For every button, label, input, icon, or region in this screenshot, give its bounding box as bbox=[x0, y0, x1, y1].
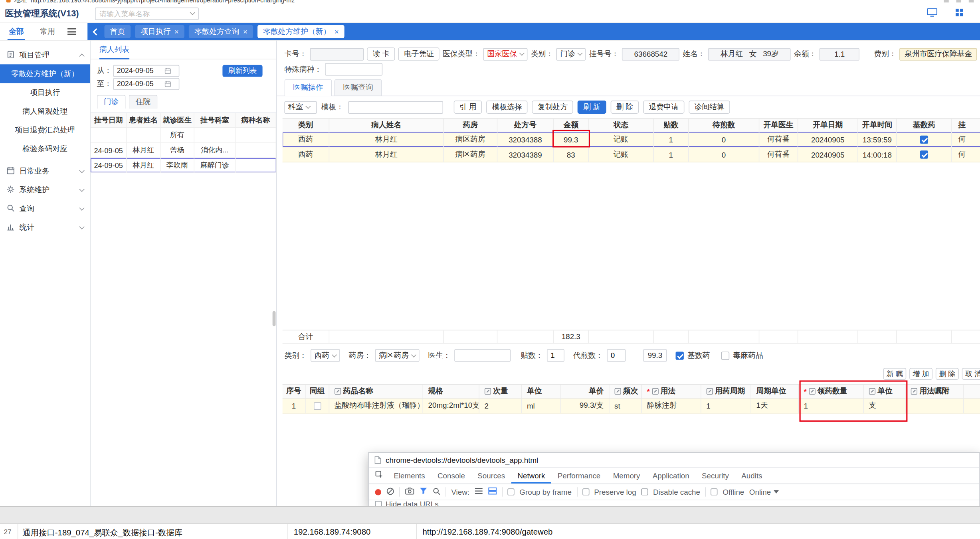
close-icon[interactable]: × bbox=[174, 27, 179, 36]
pharmacy-select[interactable]: 病区药房 bbox=[375, 349, 419, 361]
sidebar-item-rx-maintain-new[interactable]: 零散处方维护（新） bbox=[0, 64, 90, 83]
menu-search-input[interactable] bbox=[99, 10, 191, 17]
refresh-button[interactable]: 刷 新 bbox=[578, 101, 606, 114]
filter-icon[interactable] bbox=[420, 487, 428, 496]
grid-apps-icon[interactable] bbox=[955, 8, 964, 19]
throttling-select[interactable]: Online bbox=[749, 488, 779, 496]
offline-checkbox[interactable] bbox=[711, 488, 718, 495]
ecert-button[interactable]: 电子凭证 bbox=[398, 47, 440, 61]
record-icon[interactable] bbox=[375, 489, 381, 495]
tab-performance[interactable]: Performance bbox=[551, 468, 607, 484]
close-icon[interactable]: × bbox=[243, 27, 247, 36]
sheet-cell[interactable]: http://192.168.189.74:9080/gateweb bbox=[422, 527, 552, 536]
sidebar-section-stats[interactable]: 统计 bbox=[0, 218, 90, 237]
screenshot-icon[interactable] bbox=[405, 487, 414, 496]
nav-group-common[interactable]: 常用 bbox=[40, 26, 55, 37]
rx-amount-cell: 99.3 bbox=[554, 132, 589, 147]
tab-application[interactable]: Application bbox=[646, 468, 695, 484]
tab-inpatient[interactable]: 住院 bbox=[129, 95, 158, 109]
sidebar-section-project[interactable]: 项目管理 bbox=[0, 45, 90, 64]
sidebar-item-project-exec[interactable]: 项目执行 bbox=[0, 83, 90, 102]
to-date-input[interactable] bbox=[117, 80, 162, 87]
tabs-scroll-left-icon[interactable] bbox=[93, 28, 100, 35]
category-select[interactable]: 西药 bbox=[311, 349, 340, 361]
menu-search[interactable] bbox=[95, 7, 199, 20]
tab-order-operate[interactable]: 医嘱操作 bbox=[284, 79, 332, 96]
new-order-button[interactable]: 新 嘱 bbox=[883, 368, 906, 380]
template-select-button[interactable]: 模板选择 bbox=[487, 101, 528, 114]
copy-rx-button[interactable]: 复制处方 bbox=[532, 101, 573, 114]
rx-row[interactable]: 西药 林月红 病区药房 32034389 83 记账 1 0 何荷番 20240… bbox=[283, 148, 980, 163]
tab-audits[interactable]: Audits bbox=[735, 468, 769, 484]
base-drug-checkbox[interactable] bbox=[920, 136, 928, 144]
sidebar-section-daily[interactable]: 日常业务 bbox=[0, 162, 90, 181]
search-icon[interactable] bbox=[432, 487, 440, 497]
dept-select[interactable]: 科室 bbox=[284, 101, 317, 113]
special-disease-input[interactable] bbox=[325, 63, 382, 75]
quote-button[interactable]: 引 用 bbox=[454, 101, 482, 114]
refresh-list-button[interactable]: 刷新列表 bbox=[222, 65, 262, 77]
patient-row-selected[interactable]: 24-09-05 林月红 李吹雨 麻醉门诊 bbox=[91, 158, 276, 173]
delete-detail-button[interactable]: 删 除 bbox=[936, 368, 959, 380]
add-button[interactable]: 增 加 bbox=[909, 368, 932, 380]
tab-home[interactable]: 首页 bbox=[104, 25, 131, 38]
tab-outpatient[interactable]: 门诊 bbox=[97, 95, 126, 109]
tab-memory[interactable]: Memory bbox=[607, 468, 646, 484]
sidebar-item-barcode-match[interactable]: 检验条码对应 bbox=[0, 139, 90, 158]
tab-order-query[interactable]: 医嘱查询 bbox=[335, 79, 382, 96]
refund-request-button[interactable]: 退费申请 bbox=[643, 101, 684, 114]
inspect-icon[interactable] bbox=[371, 470, 388, 481]
devtools-titlebar[interactable]: chrome-devtools://devtools/devtools_app.… bbox=[369, 453, 980, 468]
settle-button[interactable]: 诊间结算 bbox=[689, 101, 730, 114]
tab-elements[interactable]: Elements bbox=[388, 468, 432, 484]
from-date-input[interactable] bbox=[117, 67, 162, 75]
tie-input[interactable] bbox=[547, 349, 564, 361]
sheet-cell[interactable]: 通用接口-189_074_易联众_数据接口-数据库 bbox=[22, 527, 182, 538]
tab-console[interactable]: Console bbox=[431, 468, 471, 484]
sidebar-section-query[interactable]: 查询 bbox=[0, 199, 90, 218]
preserve-log-checkbox[interactable] bbox=[582, 488, 589, 495]
rx-row-selected[interactable]: 西药 林月红 病区药房 32034388 99.3 记账 1 0 何荷番 202… bbox=[283, 132, 980, 148]
menu-icon[interactable] bbox=[67, 28, 76, 35]
tab-network[interactable]: Network bbox=[511, 468, 551, 484]
same-group-checkbox[interactable] bbox=[313, 402, 321, 410]
nav-group-all[interactable]: 全部 bbox=[8, 24, 25, 40]
close-icon[interactable]: × bbox=[335, 27, 339, 36]
sidebar-item-observation[interactable]: 病人留观处理 bbox=[0, 102, 90, 120]
sidebar-section-system[interactable]: 系统维护 bbox=[0, 180, 90, 199]
large-rows-icon[interactable] bbox=[488, 487, 497, 496]
clear-icon[interactable] bbox=[386, 487, 394, 497]
more-button-clipped[interactable]: 取 消 bbox=[962, 368, 980, 380]
category-select[interactable]: 门诊 bbox=[556, 48, 586, 60]
screen-cast-icon[interactable] bbox=[927, 8, 938, 19]
patient-row[interactable]: 24-09-05 林月红 曾杨 消化内... bbox=[91, 143, 276, 158]
tab-project-exec[interactable]: 项目执行× bbox=[135, 25, 184, 38]
to-date-picker[interactable] bbox=[113, 78, 179, 90]
base-drug-checkbox[interactable] bbox=[920, 150, 928, 158]
from-date-picker[interactable] bbox=[113, 65, 179, 77]
drug-detail-row[interactable]: 1 盐酸纳布啡注射液（瑞静） 20mg:2ml*10支 2 ml 99.3/支 … bbox=[283, 399, 980, 414]
template-input[interactable] bbox=[348, 101, 443, 113]
read-card-button[interactable]: 读 卡 bbox=[367, 47, 395, 61]
patient-row-all[interactable]: 所有 bbox=[91, 128, 276, 143]
tab-rx-maintain-new[interactable]: 零散处方维护（新）× bbox=[257, 25, 344, 38]
decoct-input[interactable] bbox=[607, 349, 626, 361]
delete-button[interactable]: 删 除 bbox=[610, 101, 639, 114]
sidebar-item-refund-summary[interactable]: 项目退费汇总处理 bbox=[0, 120, 90, 139]
toxic-drug-checkbox[interactable] bbox=[721, 351, 729, 359]
patient-list-tab[interactable]: 病人列表 bbox=[99, 44, 129, 59]
insurance-select[interactable]: 国家医保 bbox=[483, 48, 528, 60]
tab-sources[interactable]: Sources bbox=[471, 468, 511, 484]
tab-rx-query[interactable]: 零散处方查询× bbox=[189, 25, 253, 38]
address-label: 地址 bbox=[14, 0, 27, 4]
tab-security[interactable]: Security bbox=[695, 468, 735, 484]
card-no-input[interactable] bbox=[310, 48, 364, 60]
scrollbar-thumb[interactable] bbox=[273, 311, 276, 326]
disable-cache-checkbox[interactable] bbox=[641, 488, 648, 495]
devtools-window: chrome-devtools://devtools/devtools_app.… bbox=[368, 452, 980, 507]
group-by-frame-checkbox[interactable] bbox=[508, 488, 515, 495]
sheet-cell[interactable]: 192.168.189.74:9080 bbox=[294, 527, 370, 536]
doctor-input[interactable] bbox=[454, 349, 511, 361]
list-view-icon[interactable] bbox=[475, 487, 483, 496]
base-drug-checkbox[interactable] bbox=[676, 351, 684, 359]
